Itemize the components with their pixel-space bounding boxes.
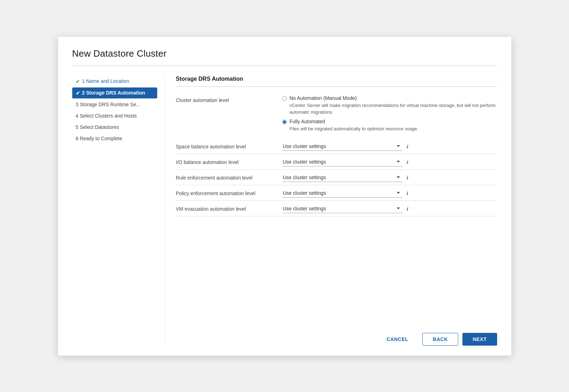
sidebar-item-step2[interactable]: ✔ 2 Storage DRS Automation	[72, 87, 157, 98]
vm-evacuation-control: Use cluster settings No Automation (Manu…	[282, 204, 497, 213]
io-balance-label: I/O balance automation level	[176, 159, 282, 165]
radio-group-automation: No Automation (Manual Mode) vCenter Serv…	[282, 95, 497, 132]
dialog-body: ✔ 1 Name and Location ✔ 2 Storage DRS Au…	[72, 76, 497, 346]
rule-enforcement-control: Use cluster settings No Automation (Manu…	[282, 173, 497, 182]
policy-enforcement-label: Policy enforcement automation level	[176, 191, 282, 196]
new-datastore-cluster-dialog: New Datastore Cluster ✔ 1 Name and Locat…	[58, 37, 511, 356]
radio-no-automation[interactable]	[282, 96, 287, 101]
rule-enforcement-row: Rule enforcement automation level Use cl…	[176, 173, 497, 185]
back-button[interactable]: BACK	[422, 333, 458, 346]
dialog-title: New Datastore Cluster	[72, 48, 497, 59]
sidebar-item-step1[interactable]: ✔ 1 Name and Location	[72, 76, 157, 87]
vm-evacuation-row: VM evacuation automation level Use clust…	[176, 204, 497, 216]
sidebar-item-label-step2: 2 Storage DRS Automation	[82, 90, 145, 96]
cluster-automation-control: No Automation (Manual Mode) vCenter Serv…	[282, 95, 497, 132]
space-balance-control: Use cluster settings No Automation (Manu…	[282, 142, 497, 151]
sidebar-item-label-step3: 3 Storage DRS Runtime Se...	[76, 102, 141, 107]
sidebar-item-step4[interactable]: 4 Select Clusters and Hosts	[72, 110, 157, 121]
rule-enforcement-select[interactable]: Use cluster settings No Automation (Manu…	[282, 173, 403, 182]
radio-desc-no-automation: vCenter Server will make migration recom…	[290, 102, 497, 116]
radio-label-fully-automated: Fully Automated Files will be migrated a…	[290, 119, 419, 132]
title-divider	[72, 66, 497, 66]
section-divider	[176, 86, 497, 87]
space-balance-select[interactable]: Use cluster settings No Automation (Manu…	[282, 142, 403, 151]
sidebar-item-label-step1: 1 Name and Location	[82, 78, 129, 84]
vm-evacuation-label: VM evacuation automation level	[176, 206, 282, 212]
check-icon-step2: ✔	[76, 90, 80, 96]
policy-enforcement-info-icon[interactable]: i	[405, 190, 410, 196]
sidebar-item-label-step4: 4 Select Clusters and Hosts	[76, 113, 137, 119]
io-balance-control: Use cluster settings No Automation (Manu…	[282, 158, 497, 166]
io-balance-select[interactable]: Use cluster settings No Automation (Manu…	[282, 158, 403, 166]
section-title: Storage DRS Automation	[176, 76, 497, 82]
radio-desc-fully-automated: Files will be migrated automatically to …	[290, 125, 419, 132]
space-balance-row: Space balance automation level Use clust…	[176, 142, 497, 154]
cluster-automation-label: Cluster automation level	[176, 95, 282, 103]
io-balance-row: I/O balance automation level Use cluster…	[176, 158, 497, 170]
dialog-footer: CANCEL BACK NEXT	[176, 324, 497, 346]
sidebar-item-label-step5: 5 Select Datastores	[76, 124, 119, 130]
cluster-automation-row: Cluster automation level No Automation (…	[176, 95, 497, 132]
vm-evacuation-info-icon[interactable]: i	[405, 206, 410, 212]
space-balance-label: Space balance automation level	[176, 144, 282, 149]
main-content: Storage DRS Automation Cluster automatio…	[164, 76, 497, 346]
vm-evacuation-select[interactable]: Use cluster settings No Automation (Manu…	[282, 204, 403, 213]
sidebar-item-step6[interactable]: 6 Ready to Complete	[72, 133, 157, 144]
radio-title-fully-automated: Fully Automated	[290, 119, 419, 124]
sidebar-item-label-step6: 6 Ready to Complete	[76, 136, 123, 141]
radio-option-fully-automated[interactable]: Fully Automated Files will be migrated a…	[282, 119, 497, 132]
space-balance-info-icon[interactable]: i	[405, 143, 410, 149]
sidebar-item-step5[interactable]: 5 Select Datastores	[72, 122, 157, 132]
radio-label-no-automation: No Automation (Manual Mode) vCenter Serv…	[290, 95, 497, 116]
io-balance-info-icon[interactable]: i	[405, 159, 410, 165]
policy-enforcement-row: Policy enforcement automation level Use …	[176, 189, 497, 201]
rule-enforcement-info-icon[interactable]: i	[405, 175, 410, 181]
policy-enforcement-control: Use cluster settings No Automation (Manu…	[282, 189, 497, 198]
radio-fully-automated[interactable]	[282, 120, 287, 124]
sidebar: ✔ 1 Name and Location ✔ 2 Storage DRS Au…	[72, 76, 164, 346]
radio-option-no-automation[interactable]: No Automation (Manual Mode) vCenter Serv…	[282, 95, 497, 116]
rule-enforcement-label: Rule enforcement automation level	[176, 175, 282, 181]
radio-title-no-automation: No Automation (Manual Mode)	[290, 95, 497, 101]
next-button[interactable]: NEXT	[462, 333, 497, 346]
policy-enforcement-select[interactable]: Use cluster settings No Automation (Manu…	[282, 189, 403, 198]
check-icon-step1: ✔	[76, 79, 80, 84]
sidebar-item-step3[interactable]: 3 Storage DRS Runtime Se...	[72, 99, 157, 110]
cancel-button[interactable]: CANCEL	[377, 333, 419, 346]
